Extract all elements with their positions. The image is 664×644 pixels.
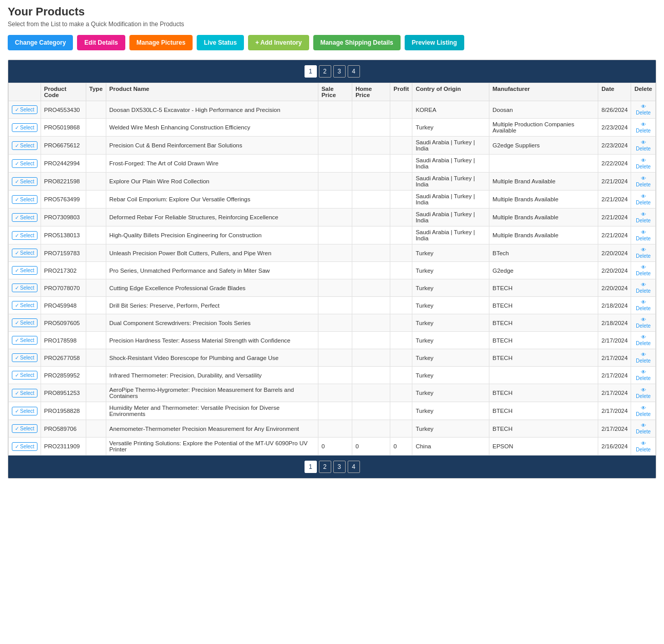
delete-cell: 👁Delete — [631, 297, 656, 314]
live-status-button[interactable]: Live Status — [197, 35, 244, 50]
date-cell: 2/20/2024 — [598, 244, 631, 262]
delete-button[interactable]: 👁Delete — [634, 247, 652, 259]
product-name-cell: Cutting Edge Excellence Professional Gra… — [106, 279, 318, 297]
home-price-cell — [352, 384, 390, 402]
delete-button[interactable]: 👁Delete — [634, 405, 652, 417]
col-product-code: Product Code — [41, 83, 86, 101]
select-button[interactable]: ✓ Select — [12, 301, 37, 310]
select-cell: ✓ Select — [9, 137, 41, 155]
select-button[interactable]: ✓ Select — [12, 141, 37, 150]
profit-cell — [390, 191, 412, 209]
delete-button[interactable]: 👁Delete — [634, 387, 652, 399]
page-btn-4-bottom[interactable]: 4 — [348, 461, 360, 473]
select-button[interactable]: ✓ Select — [12, 249, 37, 257]
delete-button[interactable]: 👁Delete — [634, 140, 652, 151]
delete-button[interactable]: 👁Delete — [634, 194, 652, 205]
product-code-cell: PRO7309803 — [41, 209, 86, 226]
delete-button[interactable]: 👁Delete — [634, 122, 652, 134]
table-row: ✓ SelectPRO459948Drill Bit Series: Prese… — [9, 297, 656, 314]
home-price-cell — [352, 209, 390, 226]
sale-price-cell — [318, 209, 352, 226]
manufacturer-cell: BTECH — [489, 279, 598, 297]
product-name-cell: Drill Bit Series: Preserve, Perform, Per… — [106, 297, 318, 314]
eye-icon: 👁 — [641, 158, 646, 163]
select-cell: ✓ Select — [9, 226, 41, 244]
profit-cell — [390, 279, 412, 297]
product-code-cell: PRO5763499 — [41, 191, 86, 209]
table-row: ✓ SelectPRO7309803Deformed Rebar For Rel… — [9, 209, 656, 226]
select-cell: ✓ Select — [9, 402, 41, 420]
delete-button[interactable]: 👁Delete — [634, 212, 652, 223]
delete-button[interactable]: 👁Delete — [634, 369, 652, 381]
delete-button[interactable]: 👁Delete — [634, 352, 652, 364]
sale-price-cell: 0 — [318, 438, 352, 456]
eye-icon: 👁 — [641, 299, 646, 305]
select-button[interactable]: ✓ Select — [12, 353, 37, 362]
date-cell: 2/17/2024 — [598, 349, 631, 367]
type-cell — [86, 384, 106, 402]
delete-label: Delete — [636, 411, 651, 417]
delete-button[interactable]: 👁Delete — [634, 441, 652, 452]
delete-button[interactable]: 👁Delete — [634, 176, 652, 187]
delete-button[interactable]: 👁Delete — [634, 104, 652, 116]
delete-button[interactable]: 👁Delete — [634, 282, 652, 294]
manufacturer-cell: BTECH — [489, 402, 598, 420]
select-button[interactable]: ✓ Select — [12, 195, 37, 204]
delete-button[interactable]: 👁Delete — [634, 423, 652, 434]
select-button[interactable]: ✓ Select — [12, 266, 37, 275]
select-button[interactable]: ✓ Select — [12, 105, 37, 114]
select-button[interactable]: ✓ Select — [12, 424, 37, 433]
page-btn-2-bottom[interactable]: 2 — [319, 461, 331, 473]
select-button[interactable]: ✓ Select — [12, 283, 37, 292]
manufacturer-cell — [489, 155, 598, 173]
page-btn-3-top[interactable]: 3 — [333, 65, 346, 78]
date-cell: 2/16/2024 — [598, 438, 631, 456]
select-button[interactable]: ✓ Select — [12, 336, 37, 345]
country-cell: Turkey — [412, 402, 489, 420]
sale-price-cell — [318, 244, 352, 262]
sale-price-cell — [318, 367, 352, 384]
select-button[interactable]: ✓ Select — [12, 231, 37, 240]
page-btn-1-top[interactable]: 1 — [305, 65, 317, 78]
select-button[interactable]: ✓ Select — [12, 213, 37, 222]
delete-button[interactable]: 👁Delete — [634, 158, 652, 169]
delete-label: Delete — [636, 182, 651, 187]
home-price-cell — [352, 173, 390, 191]
eye-icon: 👁 — [641, 194, 646, 199]
delete-button[interactable]: 👁Delete — [634, 264, 652, 276]
select-button[interactable]: ✓ Select — [12, 177, 37, 186]
select-button[interactable]: ✓ Select — [12, 123, 37, 132]
edit-details-button[interactable]: Edit Details — [77, 35, 125, 50]
manufacturer-cell: BTech — [489, 244, 598, 262]
delete-cell: 👁Delete — [631, 367, 656, 384]
page-btn-3-bottom[interactable]: 3 — [333, 461, 346, 473]
manage-shipping-button[interactable]: Manage Shipping Details — [313, 35, 401, 50]
add-inventory-button[interactable]: + Add Inventory — [248, 35, 309, 50]
select-cell: ✓ Select — [9, 101, 41, 119]
page-btn-2-top[interactable]: 2 — [319, 65, 331, 78]
page-btn-4-top[interactable]: 4 — [348, 65, 360, 78]
select-button[interactable]: ✓ Select — [12, 407, 37, 415]
date-cell: 2/17/2024 — [598, 420, 631, 438]
delete-button[interactable]: 👁Delete — [634, 299, 652, 311]
date-cell: 2/20/2024 — [598, 262, 631, 279]
date-cell: 2/17/2024 — [598, 367, 631, 384]
delete-button[interactable]: 👁Delete — [634, 317, 652, 329]
select-button[interactable]: ✓ Select — [12, 318, 37, 327]
home-price-cell — [352, 314, 390, 332]
preview-listing-button[interactable]: Preview Listing — [405, 35, 464, 50]
delete-button[interactable]: 👁Delete — [634, 230, 652, 241]
product-name-cell: Infrared Thermometer: Precision, Durabil… — [106, 367, 318, 384]
change-category-button[interactable]: Change Category — [8, 35, 73, 50]
select-button[interactable]: ✓ Select — [12, 442, 37, 451]
select-button[interactable]: ✓ Select — [12, 159, 37, 168]
select-button[interactable]: ✓ Select — [12, 371, 37, 380]
type-cell — [86, 314, 106, 332]
manage-pictures-button[interactable]: Manage Pictures — [129, 35, 193, 50]
select-button[interactable]: ✓ Select — [12, 389, 37, 397]
page-btn-1-bottom[interactable]: 1 — [305, 461, 317, 473]
manufacturer-cell: BTECH — [489, 420, 598, 438]
delete-button[interactable]: 👁Delete — [634, 334, 652, 346]
delete-cell: 👁Delete — [631, 209, 656, 226]
col-type: Type — [86, 83, 106, 101]
